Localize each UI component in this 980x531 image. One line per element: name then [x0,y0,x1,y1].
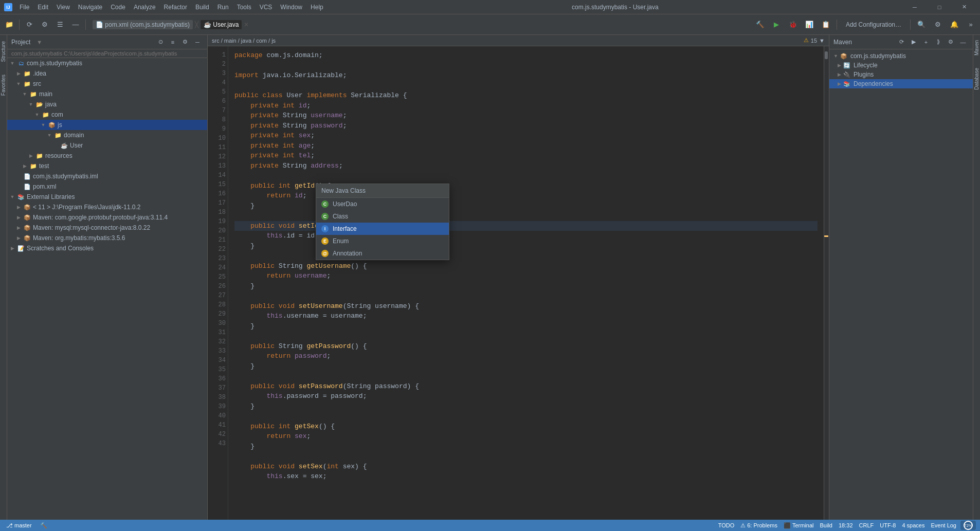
structure-panel-btn[interactable]: Structure [0,37,7,66]
sidebar-collapse-btn[interactable]: ≡ [167,36,178,48]
popup-item-annotation[interactable]: @ Annotation [316,247,449,260]
memory-indicator[interactable]: 72% [960,521,976,530]
toolbar-expand-btn[interactable]: » [964,17,978,32]
run-btn[interactable]: ▶ [769,17,784,32]
tree-arrow-user [52,142,59,149]
layout-btn[interactable]: ☰ [53,17,67,32]
maven-item-dependencies[interactable]: ▶ 📚 Dependencies [829,79,973,88]
tree-item-js[interactable]: ▼ 📦 js [7,120,207,130]
tree-item-scratches[interactable]: ▶ 📝 Scratches and Consoles [7,243,207,253]
editor-scrollbar[interactable] [824,46,829,520]
tree-arrow-scratches: ▶ [9,245,15,251]
tree-item-protobuf[interactable]: ▶ 📦 Maven: com.google.protobuf:protobuf-… [7,212,207,223]
database-side-label[interactable]: Database [973,64,980,94]
tree-item-idea[interactable]: ▶ 📁 .idea [7,68,207,79]
menu-help[interactable]: Help [306,2,328,13]
popup-item-enum[interactable]: E Enum [316,235,449,247]
tree-item-ext-libs[interactable]: ▼ 📚 External Libraries [7,192,207,202]
warning-nav[interactable]: ▼ [819,38,825,44]
build-btn[interactable]: Build [818,521,834,530]
menu-window[interactable]: Window [276,2,306,13]
sidebar-locate-btn[interactable]: ⊙ [155,36,166,48]
git-branch-indicator[interactable]: ⎇ master [4,522,34,529]
settings-gear-btn[interactable]: ⚙ [931,17,945,32]
menu-run[interactable]: Run [213,2,233,13]
menu-view[interactable]: View [52,2,74,13]
coverage-btn[interactable]: 📋 [819,17,833,32]
debug-btn[interactable]: 🐞 [786,17,800,32]
tree-item-pom[interactable]: 📄 pom.xml [7,181,207,192]
tab-close-user[interactable]: ✕ [244,21,249,28]
search-everywhere-btn[interactable]: 🔍 [914,17,929,32]
maven-execute-btn[interactable]: ▶ [908,36,919,48]
tree-item-test[interactable]: ▶ 📁 test [7,161,207,171]
popup-item-class[interactable]: C Class [316,210,449,223]
close-button[interactable]: ✕ [952,0,976,14]
menu-tools[interactable]: Tools [233,2,256,13]
problems-btn[interactable]: ⚠ 6: Problems [738,521,779,530]
encoding-indicator[interactable]: UTF-8 [878,521,898,530]
sidebar-settings-btn[interactable]: ⚙ [179,36,191,48]
menu-code[interactable]: Code [106,2,130,13]
maven-arrow-dependencies: ▶ [838,81,841,86]
popup-item-userdao[interactable]: C UserDao [316,198,449,210]
tree-item-main[interactable]: ▼ 📁 main [7,89,207,99]
minimize-button[interactable]: ─ [903,0,927,14]
maven-refresh-btn[interactable]: ⟳ [896,36,907,48]
project-icon[interactable]: 📁 [2,17,16,32]
folder-icon-main: 📁 [29,90,38,98]
add-configuration-button[interactable]: Add Configuration… [841,19,906,30]
tree-item-resources[interactable]: ▶ 📁 resources [7,151,207,161]
maven-title: Maven [833,39,852,46]
maven-item-plugins[interactable]: ▶ 🔌 Plugins [829,70,973,79]
code-area[interactable]: 12345 678910 1112131415 1617181920 21222… [208,46,829,520]
code-editor-content[interactable]: package com.js.domain; import java.io.Se… [228,46,824,520]
maven-add-btn[interactable]: + [920,36,932,48]
maven-skip-btn[interactable]: ⟫ [933,36,944,48]
right-activity-bar: Maven Database [973,35,980,520]
maven-settings-btn[interactable]: ⚙ [945,36,956,48]
tree-item-java[interactable]: ▼ 📂 java [7,99,207,109]
menu-navigate[interactable]: Navigate [74,2,106,13]
indent-indicator[interactable]: 4 spaces [900,521,927,530]
sidebar-minimize-btn[interactable]: ─ [192,36,203,48]
settings-btn[interactable]: ⚙ [38,17,52,32]
maven-side-label[interactable]: Maven [973,36,980,60]
tree-label-root: com.js.studymybatis [27,60,82,67]
tree-item-mysql[interactable]: ▶ 📦 Maven: mysql:mysql-connector-java:8.… [7,223,207,233]
maven-collapse-btn[interactable]: — [957,36,969,48]
profile-btn[interactable]: 📊 [802,17,816,32]
popup-item-interface[interactable]: I Interface [316,223,449,235]
maximize-button[interactable]: □ [928,0,951,14]
sync-btn[interactable]: ⟳ [22,17,37,32]
collapse-btn[interactable]: — [68,17,83,32]
menu-file[interactable]: File [15,2,33,13]
notifications-btn[interactable]: 🔔 [947,17,961,32]
user-tab-toolbar[interactable]: ☕ User.java [201,20,242,29]
tree-item-src[interactable]: ▼ 📁 src [7,79,207,89]
maven-item-root[interactable]: ▼ 📦 com.js.studymybatis [829,51,973,61]
tree-item-domain[interactable]: ▼ 📁 domain [7,130,207,140]
menu-vcs[interactable]: VCS [256,2,277,13]
menu-analyze[interactable]: Analyze [130,2,160,13]
tree-item-root[interactable]: ▼ 🗂 com.js.studymybatis [7,58,207,68]
tree-item-user[interactable]: ☕ User [7,140,207,151]
event-log-btn[interactable]: Event Log [929,521,958,530]
code-line-42: public void setSex(int sex) { [234,462,818,472]
terminal-btn[interactable]: ⬛ Terminal [782,521,816,530]
line-separator-indicator[interactable]: CRLF [857,521,876,530]
pom-tab-toolbar[interactable]: 📄 pom.xml (com.js.studymybatis) [93,20,193,29]
tree-item-iml[interactable]: 📄 com.js.studymybatis.iml [7,171,207,181]
favorites-panel-btn[interactable]: Favorites [0,70,7,100]
todo-btn[interactable]: TODO [716,521,737,530]
maven-item-lifecycle[interactable]: ▶ 🔄 Lifecycle [829,61,973,70]
line-col-indicator[interactable]: 18:32 [837,521,855,530]
tree-item-jdk[interactable]: ▶ 📦 < 11 > J:\Program Files\Java\jdk-11.… [7,202,207,212]
menu-refactor[interactable]: Refactor [160,2,191,13]
tree-item-com[interactable]: ▼ 📁 com [7,109,207,120]
tree-item-mybatis[interactable]: ▶ 📦 Maven: org.mybatis:mybatis:3.5.6 [7,233,207,243]
menu-build[interactable]: Build [191,2,213,13]
build-status[interactable]: 🔨 [38,522,49,529]
menu-edit[interactable]: Edit [33,2,52,13]
build-project-btn[interactable]: 🔨 [753,17,767,32]
